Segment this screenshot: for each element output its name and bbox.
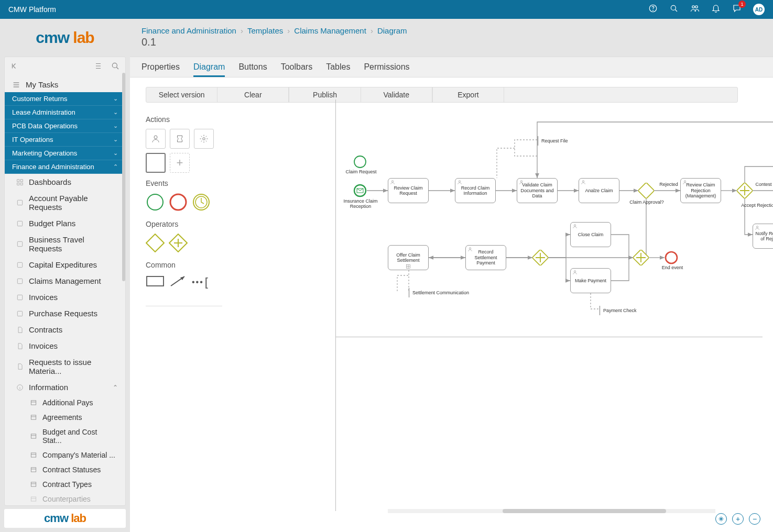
task-record-claim-info[interactable]: Record Claim Information [455, 178, 496, 203]
palette-pool-icon[interactable] [146, 274, 165, 290]
palette-start-event-icon[interactable] [146, 193, 165, 214]
crumb-1[interactable]: Templates [247, 26, 283, 35]
task-offer-settlement[interactable]: Offer Claim Settlement [388, 245, 429, 270]
crumb-2[interactable]: Claims Management [294, 26, 366, 35]
sub-counterparties[interactable]: Counterparties [5, 492, 125, 505]
horizontal-scrollbar[interactable] [388, 509, 715, 513]
nav-issue-materials[interactable]: Requests to issue Materia... [5, 354, 125, 379]
crumb-3[interactable]: Diagram [377, 26, 407, 35]
nav-claims-mgmt[interactable]: Claims Management [5, 273, 125, 289]
tab-bar: Properties Diagram Buttons Toolbars Tabl… [130, 57, 773, 77]
nav-scrollbar[interactable] [122, 73, 125, 281]
gateway-parallel[interactable] [737, 183, 753, 198]
nav-invoices[interactable]: Invoices [5, 289, 125, 305]
nav-search-icon[interactable] [111, 61, 120, 73]
svg-point-40 [582, 181, 584, 182]
breadcrumb: Finance and Administration› Templates› C… [141, 26, 761, 35]
svg-point-27 [147, 194, 163, 210]
sub-contract-types[interactable]: Contract Types [5, 477, 125, 492]
nav-invoices-2[interactable]: Invoices [5, 338, 125, 354]
crumb-0[interactable]: Finance and Administration [141, 26, 236, 35]
nav-purchase-requests[interactable]: Purchase Requests [5, 305, 125, 322]
svg-rect-16 [17, 311, 22, 316]
task-record-settlement[interactable]: Record Settlement Payment [465, 245, 506, 270]
list-view-icon[interactable] [93, 61, 102, 73]
nav-ap-requests[interactable]: Account Payable Requests [5, 190, 125, 215]
tab-diagram[interactable]: Diagram [193, 57, 225, 77]
task-review-claim[interactable]: Review Claim Request [388, 178, 429, 203]
svg-point-4 [695, 6, 698, 8]
palette-annotation-icon[interactable]: •••[ [192, 275, 208, 289]
palette-service-task-icon[interactable] [194, 129, 214, 149]
avatar[interactable]: AD [753, 4, 765, 15]
palette-user-task-icon[interactable] [146, 129, 166, 149]
zoom-in-icon[interactable]: + [732, 513, 744, 525]
nav-travel-requests[interactable]: Business Travel Requests [5, 231, 125, 257]
sub-budget-cost[interactable]: Budget and Cost Stat... [5, 425, 125, 448]
task-close-claim[interactable]: Close Claim [570, 222, 611, 247]
btn-select-version[interactable]: Select version [146, 87, 217, 102]
palette-add-icon[interactable]: + [170, 153, 190, 173]
svg-rect-24 [31, 497, 36, 501]
nav-information[interactable]: Information ⌃ [5, 379, 125, 395]
topbar-icons: 1 AD [648, 4, 765, 15]
message-start-event[interactable] [353, 184, 367, 197]
chevron-down-icon: ⌄ [113, 136, 118, 143]
help-icon[interactable] [648, 4, 658, 15]
svg-rect-31 [146, 234, 164, 252]
my-tasks[interactable]: My Tasks [5, 77, 125, 92]
section-marketing[interactable]: Marketing Operations⌄ [5, 147, 125, 160]
palette-end-event-icon[interactable] [169, 193, 188, 214]
palette-flow-icon[interactable] [169, 274, 188, 290]
tab-properties[interactable]: Properties [141, 57, 180, 77]
zoom-out-icon[interactable]: − [749, 513, 760, 525]
people-icon[interactable] [690, 4, 700, 15]
task-make-payment[interactable]: Make Payment [570, 268, 611, 293]
sub-agreements[interactable]: Agreements [5, 410, 125, 425]
task-validate-docs[interactable]: Validate Claim Documents and Data [517, 178, 558, 203]
sub-contract-statuses[interactable]: Contract Statuses [5, 462, 125, 477]
section-customer-returns[interactable]: Customer Returns⌄ [5, 92, 125, 106]
palette-timer-event-icon[interactable] [192, 193, 211, 214]
palette-task-icon[interactable] [146, 153, 166, 173]
nav-capex[interactable]: Capital Expeditures [5, 257, 125, 273]
task-analyze-claim[interactable]: Analze Claim [579, 178, 619, 203]
app-title: CMW Platform [8, 5, 648, 14]
annotation-settlement-comm[interactable]: Settlement Communication [409, 288, 472, 297]
bell-icon[interactable] [711, 4, 721, 15]
end-event-2[interactable] [665, 251, 678, 264]
palette-common-label: Common [146, 261, 222, 269]
search-icon[interactable] [669, 4, 679, 15]
section-pcb[interactable]: PCB Data Operations⌄ [5, 119, 125, 133]
end-event-2-label: End event [659, 265, 685, 271]
gateway-approval[interactable] [638, 183, 654, 198]
messages-icon[interactable]: 1 [732, 4, 742, 15]
tab-tables[interactable]: Tables [326, 57, 350, 77]
tab-permissions[interactable]: Permissions [364, 57, 409, 77]
annotation-payment-check[interactable]: Payment Check [600, 306, 640, 315]
gateway-join[interactable] [633, 250, 649, 265]
section-finance[interactable]: Finance and Administration⌃ [5, 160, 125, 174]
palette-script-task-icon[interactable] [170, 129, 190, 149]
nav-scroll[interactable]: My Tasks Customer Returns⌄ Lease Adminis… [5, 77, 125, 505]
sub-additional-pays[interactable]: Additional Pays [5, 395, 125, 410]
start-event[interactable] [353, 155, 367, 169]
palette-parallel-gateway-icon[interactable] [169, 234, 188, 254]
tab-toolbars[interactable]: Toolbars [281, 57, 312, 77]
section-lease-admin[interactable]: Lease Administration⌄ [5, 106, 125, 119]
sub-company-material[interactable]: Company's Material ... [5, 448, 125, 462]
palette-operators-label: Operators [146, 220, 222, 228]
collapse-nav-icon[interactable] [10, 61, 19, 73]
task-review-rejection[interactable]: Review Claim Rejection (Management) [680, 178, 721, 203]
annotation-request-file[interactable]: Request File [538, 136, 571, 146]
diagram-canvas[interactable]: Claim Request Insurance Claim Reception … [231, 77, 773, 532]
section-it-ops[interactable]: IT Operations⌄ [5, 133, 125, 147]
palette-gateway-icon[interactable] [146, 234, 165, 254]
gateway-split[interactable] [532, 250, 548, 265]
task-notify-requester[interactable]: Notify Requester of Rejection [753, 224, 773, 249]
tab-buttons[interactable]: Buttons [238, 57, 267, 77]
zoom-fit-icon[interactable] [715, 513, 727, 525]
nav-budget-plans[interactable]: Budget Plans [5, 215, 125, 231]
nav-dashboards[interactable]: Dashboards [5, 174, 125, 190]
nav-contracts[interactable]: Contracts [5, 322, 125, 338]
